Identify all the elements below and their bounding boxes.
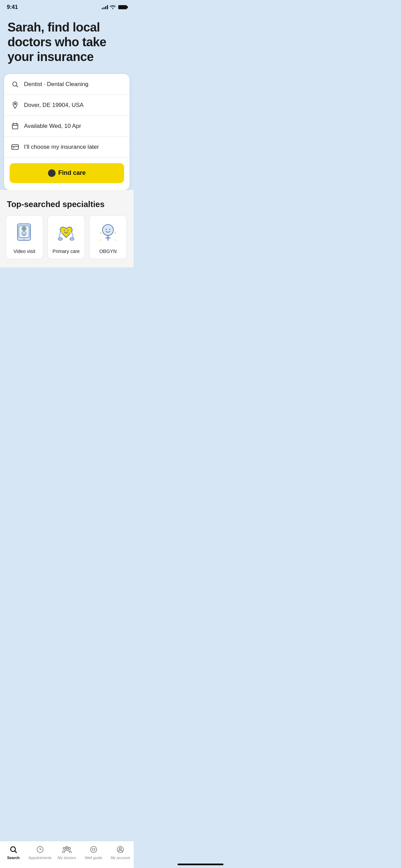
svg-point-31 xyxy=(100,239,101,240)
location-icon xyxy=(11,101,19,109)
specialty-card-primary-care[interactable]: Primary care xyxy=(47,215,85,259)
obgyn-icon xyxy=(96,221,120,245)
section-title: Top-searched specialties xyxy=(5,200,128,209)
location-row[interactable]: Dover, DE 19904, USA xyxy=(4,95,130,116)
insurance-icon xyxy=(11,143,19,151)
find-care-label: Find care xyxy=(58,169,86,177)
status-time: 9:41 xyxy=(7,4,18,10)
svg-point-2 xyxy=(14,103,16,105)
svg-point-22 xyxy=(58,238,62,240)
find-care-icon xyxy=(48,169,56,177)
date-value: Available Wed, 10 Apr xyxy=(24,123,81,130)
svg-point-20 xyxy=(64,230,65,231)
svg-point-32 xyxy=(115,239,116,240)
specialty-row[interactable]: Dentist · Dental Cleaning xyxy=(4,74,130,95)
insurance-row[interactable]: I'll choose my insurance later xyxy=(4,137,130,158)
search-icon xyxy=(11,80,19,88)
svg-point-17 xyxy=(23,232,23,233)
svg-point-18 xyxy=(24,232,25,233)
svg-point-30 xyxy=(114,232,116,234)
svg-point-29 xyxy=(100,232,101,234)
specialty-card-obgyn[interactable]: OBGYN xyxy=(89,215,127,259)
hero-title: Sarah, find local doctors who take your … xyxy=(8,20,126,64)
obgyn-label: OBGYN xyxy=(99,249,117,254)
svg-point-10 xyxy=(50,172,53,174)
location-value: Dover, DE 19904, USA xyxy=(24,102,84,109)
svg-rect-7 xyxy=(12,145,19,149)
specialty-card-video-visit[interactable]: Video visit xyxy=(5,215,43,259)
battery-icon xyxy=(118,5,127,9)
svg-point-24 xyxy=(102,225,113,236)
specialties-grid: Video visit xyxy=(5,215,128,262)
svg-point-19 xyxy=(23,238,25,240)
svg-rect-3 xyxy=(12,124,18,129)
search-card: Dentist · Dental Cleaning Dover, DE 1990… xyxy=(4,74,130,190)
calendar-icon xyxy=(11,122,19,130)
svg-point-21 xyxy=(68,230,69,231)
find-care-button[interactable]: Find care xyxy=(10,163,124,183)
status-icons xyxy=(102,4,127,10)
svg-point-25 xyxy=(106,229,107,230)
svg-line-1 xyxy=(16,85,18,87)
signal-icon xyxy=(102,5,108,9)
video-visit-icon xyxy=(12,221,36,245)
wifi-icon xyxy=(110,4,116,10)
svg-point-26 xyxy=(109,229,110,230)
insurance-value: I'll choose my insurance later xyxy=(24,144,99,150)
video-visit-label: Video visit xyxy=(13,249,35,254)
specialty-value: Dentist · Dental Cleaning xyxy=(24,81,88,88)
top-searched-section: Top-searched specialties xyxy=(0,190,134,267)
primary-care-icon xyxy=(54,221,78,245)
status-bar: 9:41 xyxy=(0,0,134,13)
hero-section: Sarah, find local doctors who take your … xyxy=(0,13,134,74)
date-row[interactable]: Available Wed, 10 Apr xyxy=(4,116,130,137)
primary-care-label: Primary care xyxy=(52,249,80,254)
svg-point-23 xyxy=(70,238,74,240)
